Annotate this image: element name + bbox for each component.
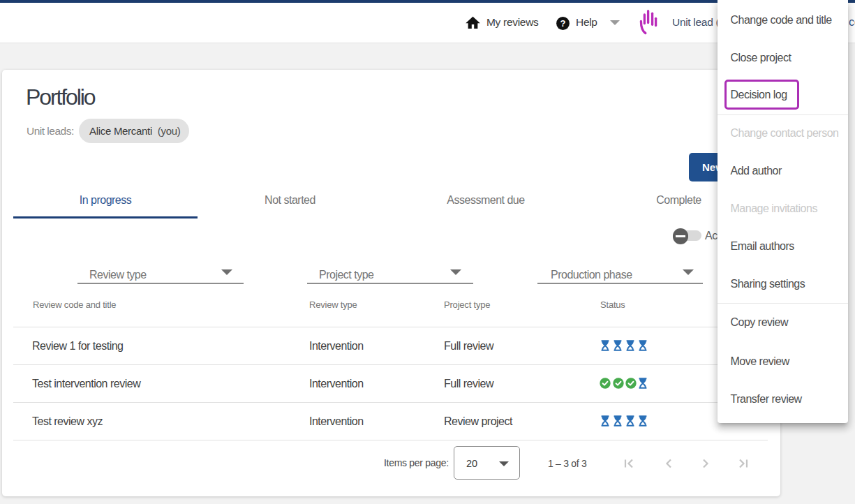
svg-text:?: ? [560,18,565,29]
